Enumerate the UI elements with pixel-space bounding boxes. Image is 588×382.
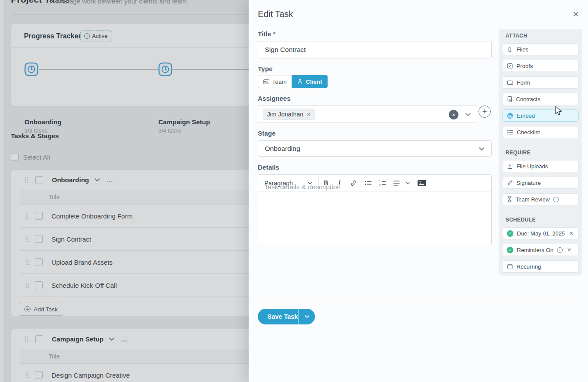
chevron-down-icon: [406, 181, 410, 184]
type-client-label: Client: [306, 78, 322, 85]
image-icon: [417, 180, 426, 186]
check-square-icon: [507, 63, 513, 69]
numbered-list-icon: 1 2: [379, 180, 386, 187]
details-field-label: Details: [258, 164, 279, 171]
attach-contracts-button[interactable]: Contracts: [502, 93, 579, 105]
close-icon[interactable]: ✕: [571, 10, 581, 19]
assignee-chip[interactable]: Jim Jonathan ✕: [263, 109, 315, 120]
type-team-button[interactable]: Team: [258, 75, 292, 88]
stage-select-value: Onboarding: [265, 145, 300, 153]
edit-task-drawer: Edit Task ✕ Title * Sign Contract Type T…: [249, 0, 588, 382]
numbered-list-button[interactable]: 1 2: [375, 175, 390, 191]
require-section-header: REQUIRE: [506, 150, 575, 156]
drawer-title: Edit Task: [258, 9, 293, 19]
attach-proofs-button[interactable]: Proofs: [502, 60, 579, 72]
type-client-button[interactable]: Client: [292, 75, 328, 88]
clear-all-icon[interactable]: ✕: [449, 110, 458, 119]
svg-text:1: 1: [379, 180, 381, 183]
globe-icon: [507, 113, 513, 119]
attach-embed-label: Embed: [517, 113, 535, 119]
require-signature-label: Signature: [516, 180, 541, 186]
attach-section-header: ATTACH: [506, 33, 575, 39]
attach-proofs-label: Proofs: [516, 63, 533, 69]
assignee-chip-label: Jim Jonathan: [267, 111, 303, 118]
type-field-label: Type: [258, 65, 273, 72]
remove-reminders-icon[interactable]: ✕: [567, 247, 571, 253]
schedule-recurring-button[interactable]: Recurring: [502, 260, 579, 273]
align-dropdown-chevron[interactable]: [403, 175, 413, 191]
require-team-review-button[interactable]: Team Review i: [502, 193, 579, 205]
attach-form-button[interactable]: Form: [502, 76, 579, 89]
hourglass-icon: [507, 196, 512, 202]
type-toggle-group: Team Client: [258, 75, 328, 88]
align-button[interactable]: [390, 175, 403, 191]
schedule-section-header: SCHEDULE: [506, 217, 575, 223]
check-circle-icon: ✓: [507, 230, 513, 237]
assignees-input[interactable]: Jim Jonathan ✕ ✕: [258, 106, 477, 123]
link-icon: [350, 180, 357, 187]
upload-icon: [507, 163, 513, 170]
align-icon: [393, 180, 400, 186]
save-task-label: Save Task: [267, 313, 298, 320]
save-options-chevron[interactable]: [299, 309, 315, 324]
chevron-down-icon[interactable]: [465, 113, 471, 116]
assignees-field-label: Assignees: [258, 95, 291, 102]
attach-files-label: Files: [516, 46, 528, 53]
person-icon: [297, 78, 303, 85]
insert-image-button[interactable]: [413, 175, 431, 191]
check-circle-icon: ✓: [507, 247, 513, 253]
form-icon: [507, 80, 513, 85]
checklist-icon: [507, 130, 513, 135]
attach-embed-button[interactable]: Embed: [502, 109, 579, 122]
task-options-sidebar: ATTACH Files Proofs Form: [499, 29, 582, 276]
title-input[interactable]: Sign Contract: [258, 41, 492, 58]
mouse-cursor: [554, 106, 563, 116]
require-file-uploads-button[interactable]: File Uploads: [502, 160, 579, 172]
footer-divider: [258, 301, 582, 301]
details-placeholder[interactable]: Task details & description: [264, 183, 341, 191]
save-task-button[interactable]: Save Task: [258, 309, 315, 324]
id-card-icon: [263, 78, 270, 85]
stage-select[interactable]: Onboarding: [258, 140, 492, 157]
attach-files-button[interactable]: Files: [502, 43, 579, 55]
attach-contracts-label: Contracts: [516, 96, 540, 102]
remove-due-date-icon[interactable]: ✕: [569, 230, 574, 236]
document-icon: [507, 96, 513, 102]
add-assignee-button[interactable]: +: [479, 106, 491, 118]
pen-icon: [507, 180, 513, 186]
schedule-reminders-label: Reminders On: [517, 247, 554, 253]
attach-form-label: Form: [517, 79, 530, 86]
info-icon[interactable]: i: [553, 197, 559, 202]
schedule-reminders-button[interactable]: ✓ Reminders On i ✕: [502, 244, 579, 256]
svg-text:2: 2: [379, 183, 381, 186]
chevron-down-icon: [304, 315, 310, 318]
require-file-uploads-label: File Uploads: [516, 163, 548, 170]
attach-checklist-button[interactable]: Checklist: [502, 126, 579, 138]
type-team-label: Team: [272, 78, 287, 85]
attach-checklist-label: Checklist: [517, 129, 540, 136]
schedule-recurring-label: Recurring: [516, 263, 541, 270]
require-team-review-label: Team Review: [516, 196, 550, 203]
chevron-down-icon: [479, 147, 485, 151]
title-input-value: Sign Contract: [265, 46, 306, 54]
remove-assignee-icon[interactable]: ✕: [306, 111, 311, 118]
require-signature-button[interactable]: Signature: [502, 177, 579, 189]
title-field-label: Title *: [258, 30, 276, 38]
calendar-icon: [507, 263, 513, 269]
modal-dim-overlay[interactable]: [0, 0, 252, 382]
info-icon[interactable]: i: [557, 247, 563, 253]
link-button[interactable]: [346, 175, 361, 191]
bullet-list-icon: [365, 180, 372, 186]
schedule-due-date-button[interactable]: ✓ Due: May 01, 2025 ✕: [502, 227, 579, 239]
stage-field-label: Stage: [258, 130, 276, 137]
schedule-due-date-label: Due: May 01, 2025: [517, 230, 565, 237]
paperclip-icon: [507, 46, 513, 53]
details-editor: Paragraph B I 1 2: [258, 174, 492, 245]
bullet-list-button[interactable]: [361, 175, 375, 191]
